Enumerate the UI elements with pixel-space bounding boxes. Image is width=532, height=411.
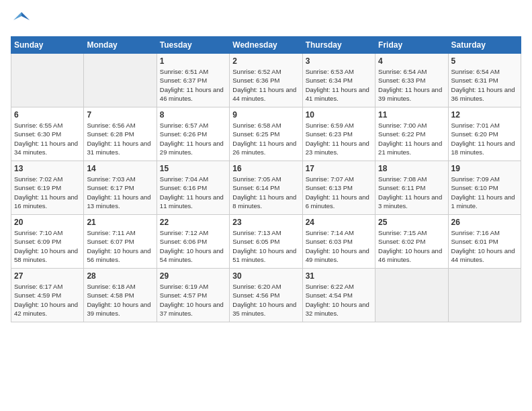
calendar-table: SundayMondayTuesdayWednesdayThursdayFrid… <box>11 36 521 322</box>
day-number: 13 <box>14 164 81 173</box>
day-number: 1 <box>160 56 226 66</box>
day-number: 16 <box>232 164 299 173</box>
day-number: 25 <box>378 218 445 227</box>
calendar-cell: 14Sunrise: 7:03 AM Sunset: 6:17 PM Dayli… <box>84 161 157 215</box>
calendar-cell <box>448 269 521 322</box>
calendar-cell: 19Sunrise: 7:09 AM Sunset: 6:10 PM Dayli… <box>448 161 521 215</box>
day-info: Sunrise: 6:18 AM Sunset: 4:58 PM Dayligh… <box>87 282 153 318</box>
day-number: 10 <box>306 110 372 120</box>
day-number: 23 <box>232 218 299 227</box>
day-info: Sunrise: 7:01 AM Sunset: 6:20 PM Dayligh… <box>451 121 518 156</box>
column-header-friday: Friday <box>375 37 448 54</box>
day-info: Sunrise: 7:00 AM Sunset: 6:22 PM Dayligh… <box>378 121 445 156</box>
day-number: 4 <box>378 56 445 66</box>
column-header-sunday: Sunday <box>11 37 84 54</box>
day-number: 22 <box>160 218 226 227</box>
calendar-cell: 28Sunrise: 6:18 AM Sunset: 4:58 PM Dayli… <box>84 269 157 322</box>
day-number: 14 <box>87 164 153 173</box>
column-header-saturday: Saturday <box>448 37 521 54</box>
calendar-cell: 29Sunrise: 6:19 AM Sunset: 4:57 PM Dayli… <box>157 269 229 322</box>
day-info: Sunrise: 6:51 AM Sunset: 6:37 PM Dayligh… <box>160 67 226 103</box>
logo-icon <box>12 11 31 30</box>
day-number: 28 <box>87 271 153 281</box>
calendar-cell: 31Sunrise: 6:22 AM Sunset: 4:54 PM Dayli… <box>302 269 375 322</box>
calendar-cell <box>11 54 84 107</box>
calendar-cell: 3Sunrise: 6:53 AM Sunset: 6:34 PM Daylig… <box>302 54 375 107</box>
day-info: Sunrise: 7:15 AM Sunset: 6:02 PM Dayligh… <box>378 228 445 264</box>
calendar-cell: 23Sunrise: 7:13 AM Sunset: 6:05 PM Dayli… <box>230 215 302 269</box>
calendar-cell: 15Sunrise: 7:04 AM Sunset: 6:16 PM Dayli… <box>157 161 229 215</box>
calendar-cell: 24Sunrise: 7:14 AM Sunset: 6:03 PM Dayli… <box>302 215 375 269</box>
calendar-cell <box>84 54 157 107</box>
day-number: 19 <box>451 164 518 173</box>
day-info: Sunrise: 6:53 AM Sunset: 6:34 PM Dayligh… <box>306 67 372 103</box>
day-info: Sunrise: 6:58 AM Sunset: 6:25 PM Dayligh… <box>232 121 299 156</box>
day-number: 18 <box>378 164 445 173</box>
column-header-monday: Monday <box>84 37 157 54</box>
day-info: Sunrise: 7:12 AM Sunset: 6:06 PM Dayligh… <box>160 228 226 264</box>
calendar-cell: 5Sunrise: 6:54 AM Sunset: 6:31 PM Daylig… <box>448 54 521 107</box>
calendar-cell: 13Sunrise: 7:02 AM Sunset: 6:19 PM Dayli… <box>11 161 84 215</box>
day-number: 29 <box>160 271 226 281</box>
day-info: Sunrise: 7:14 AM Sunset: 6:03 PM Dayligh… <box>306 228 372 264</box>
day-number: 6 <box>14 110 81 120</box>
svg-marker-0 <box>21 12 30 20</box>
calendar-cell: 16Sunrise: 7:05 AM Sunset: 6:14 PM Dayli… <box>230 161 302 215</box>
day-info: Sunrise: 7:13 AM Sunset: 6:05 PM Dayligh… <box>232 228 299 264</box>
day-info: Sunrise: 7:10 AM Sunset: 6:09 PM Dayligh… <box>14 228 81 264</box>
calendar-cell: 22Sunrise: 7:12 AM Sunset: 6:06 PM Dayli… <box>157 215 229 269</box>
day-info: Sunrise: 6:55 AM Sunset: 6:30 PM Dayligh… <box>14 121 81 156</box>
day-number: 12 <box>451 110 518 120</box>
calendar-cell: 10Sunrise: 6:59 AM Sunset: 6:23 PM Dayli… <box>302 107 375 161</box>
calendar-cell: 4Sunrise: 6:54 AM Sunset: 6:33 PM Daylig… <box>375 54 448 107</box>
day-info: Sunrise: 6:22 AM Sunset: 4:54 PM Dayligh… <box>306 282 372 318</box>
day-number: 5 <box>451 56 518 66</box>
column-header-wednesday: Wednesday <box>230 37 302 54</box>
day-number: 17 <box>306 164 372 173</box>
calendar-cell: 12Sunrise: 7:01 AM Sunset: 6:20 PM Dayli… <box>448 107 521 161</box>
day-info: Sunrise: 7:04 AM Sunset: 6:16 PM Dayligh… <box>160 175 226 210</box>
day-info: Sunrise: 6:17 AM Sunset: 4:59 PM Dayligh… <box>14 282 81 318</box>
day-info: Sunrise: 6:57 AM Sunset: 6:26 PM Dayligh… <box>160 121 226 156</box>
calendar-cell <box>375 269 448 322</box>
day-info: Sunrise: 6:19 AM Sunset: 4:57 PM Dayligh… <box>160 282 226 318</box>
calendar-cell: 26Sunrise: 7:16 AM Sunset: 6:01 PM Dayli… <box>448 215 521 269</box>
calendar-cell: 6Sunrise: 6:55 AM Sunset: 6:30 PM Daylig… <box>11 107 84 161</box>
calendar-cell: 20Sunrise: 7:10 AM Sunset: 6:09 PM Dayli… <box>11 215 84 269</box>
calendar-cell: 25Sunrise: 7:15 AM Sunset: 6:02 PM Dayli… <box>375 215 448 269</box>
column-header-thursday: Thursday <box>302 37 375 54</box>
day-info: Sunrise: 7:08 AM Sunset: 6:11 PM Dayligh… <box>378 175 445 210</box>
day-number: 9 <box>232 110 299 120</box>
day-number: 15 <box>160 164 226 173</box>
calendar-cell: 9Sunrise: 6:58 AM Sunset: 6:25 PM Daylig… <box>230 107 302 161</box>
day-number: 8 <box>160 110 226 120</box>
day-number: 7 <box>87 110 153 120</box>
calendar-cell: 2Sunrise: 6:52 AM Sunset: 6:36 PM Daylig… <box>230 54 302 107</box>
calendar-week-row: 20Sunrise: 7:10 AM Sunset: 6:09 PM Dayli… <box>11 215 521 269</box>
day-number: 24 <box>306 218 372 227</box>
day-number: 21 <box>87 218 153 227</box>
day-info: Sunrise: 7:02 AM Sunset: 6:19 PM Dayligh… <box>14 175 81 210</box>
day-number: 11 <box>378 110 445 120</box>
day-number: 26 <box>451 218 518 227</box>
day-info: Sunrise: 6:54 AM Sunset: 6:31 PM Dayligh… <box>451 67 518 103</box>
calendar-cell: 18Sunrise: 7:08 AM Sunset: 6:11 PM Dayli… <box>375 161 448 215</box>
calendar-week-row: 27Sunrise: 6:17 AM Sunset: 4:59 PM Dayli… <box>11 269 521 322</box>
calendar-header-row: SundayMondayTuesdayWednesdayThursdayFrid… <box>11 37 521 54</box>
day-number: 20 <box>14 218 81 227</box>
calendar-week-row: 13Sunrise: 7:02 AM Sunset: 6:19 PM Dayli… <box>11 161 521 215</box>
day-info: Sunrise: 7:07 AM Sunset: 6:13 PM Dayligh… <box>306 175 372 210</box>
calendar-cell: 11Sunrise: 7:00 AM Sunset: 6:22 PM Dayli… <box>375 107 448 161</box>
calendar-cell: 21Sunrise: 7:11 AM Sunset: 6:07 PM Dayli… <box>84 215 157 269</box>
day-number: 31 <box>306 271 372 281</box>
calendar-cell: 1Sunrise: 6:51 AM Sunset: 6:37 PM Daylig… <box>157 54 229 107</box>
day-info: Sunrise: 6:56 AM Sunset: 6:28 PM Dayligh… <box>87 121 153 156</box>
logo <box>11 11 31 30</box>
day-info: Sunrise: 7:05 AM Sunset: 6:14 PM Dayligh… <box>232 175 299 210</box>
calendar-week-row: 6Sunrise: 6:55 AM Sunset: 6:30 PM Daylig… <box>11 107 521 161</box>
day-info: Sunrise: 7:09 AM Sunset: 6:10 PM Dayligh… <box>451 175 518 210</box>
day-number: 3 <box>306 56 372 66</box>
day-info: Sunrise: 6:54 AM Sunset: 6:33 PM Dayligh… <box>378 67 445 103</box>
day-info: Sunrise: 7:11 AM Sunset: 6:07 PM Dayligh… <box>87 228 153 264</box>
day-info: Sunrise: 7:03 AM Sunset: 6:17 PM Dayligh… <box>87 175 153 210</box>
